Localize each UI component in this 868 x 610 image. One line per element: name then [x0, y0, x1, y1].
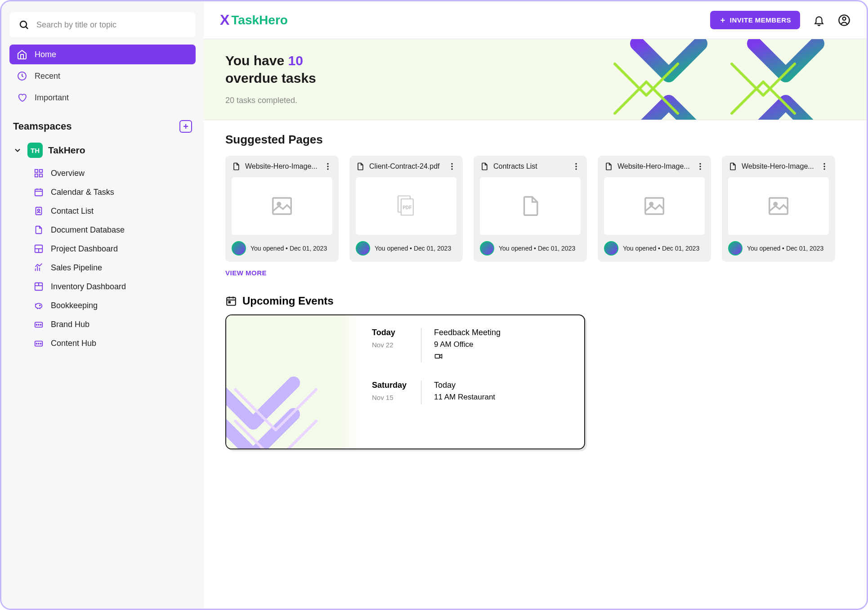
view-more-button[interactable]: VIEW MORE — [225, 269, 267, 277]
overdue-count: 10 — [288, 53, 303, 68]
file-icon — [480, 162, 489, 171]
primary-nav: Home Recent Important — [9, 45, 196, 108]
nav-important[interactable]: Important — [9, 88, 196, 108]
file-icon — [232, 162, 241, 171]
upcoming-events-title: Upcoming Events — [242, 295, 334, 307]
avatar — [232, 241, 246, 256]
sidebar-item-brand[interactable]: Brand Hub — [28, 315, 196, 333]
sidebar-item-sales[interactable]: Sales Pipeline — [28, 259, 196, 277]
svg-point-57 — [823, 163, 825, 165]
event-row[interactable]: Saturday Nov 15 Today 11 AM Restaurant — [372, 381, 573, 404]
svg-text:PDF: PDF — [403, 205, 412, 210]
search-input[interactable] — [36, 20, 187, 30]
suggested-cards-row: Website-Hero-Image... You opened • Dec 0… — [225, 156, 845, 262]
page-card[interactable]: Website-Hero-Image... You opened • Dec 0… — [225, 156, 339, 262]
card-title: Website-Hero-Image... — [617, 162, 691, 170]
card-meta: You opened • Dec 01, 2023 — [499, 245, 575, 252]
card-meta: You opened • Dec 01, 2023 — [747, 245, 823, 252]
sidebar-item-label: Project Dashboard — [51, 244, 118, 254]
file-icon — [728, 162, 737, 171]
nav-recent[interactable]: Recent — [9, 66, 196, 86]
events-graphic — [226, 315, 361, 449]
teamspaces-label: Teamspaces — [13, 121, 72, 132]
teamspace-row[interactable]: TH TakHero — [9, 140, 196, 161]
svg-rect-4 — [40, 170, 42, 172]
card-title: Website-Hero-Image... — [245, 162, 319, 170]
svg-point-52 — [699, 163, 701, 165]
page-card[interactable]: Website-Hero-Image... You opened • Dec 0… — [598, 156, 711, 262]
svg-point-56 — [650, 202, 653, 206]
sidebar-item-label: Overview — [51, 169, 85, 178]
sidebar-item-documents[interactable]: Document Database — [28, 221, 196, 239]
avatar — [604, 241, 618, 256]
svg-marker-68 — [440, 354, 442, 358]
sidebar-item-project-dashboard[interactable]: Project Dashboard — [28, 240, 196, 258]
more-icon[interactable] — [696, 162, 705, 171]
nav-label: Important — [35, 93, 69, 103]
more-icon[interactable] — [323, 162, 332, 171]
logo-text: TaskHero — [231, 13, 288, 27]
card-header: Client-Contract-24.pdf — [356, 162, 456, 171]
sidebar-item-label: Calendar & Tasks — [51, 188, 114, 197]
sidebar-item-overview[interactable]: Overview — [28, 164, 196, 182]
bell-icon — [813, 14, 825, 26]
suggested-pages-title: Suggested Pages — [225, 133, 845, 147]
sidebar-item-label: Inventory Dashboard — [51, 282, 126, 292]
profile-button[interactable] — [838, 14, 850, 27]
event-row[interactable]: Today Nov 22 Feedback Meeting 9 AM Offic… — [372, 328, 573, 363]
search-box[interactable] — [9, 12, 196, 37]
card-meta: You opened • Dec 01, 2023 — [623, 245, 699, 252]
plus-icon — [719, 17, 726, 24]
add-teamspace-button[interactable]: + — [179, 120, 192, 133]
card-footer: You opened • Dec 01, 2023 — [728, 241, 829, 256]
svg-point-38 — [327, 163, 328, 165]
sidebar-item-content[interactable]: Content Hub — [28, 334, 196, 352]
svg-point-50 — [575, 166, 577, 167]
page-card[interactable]: Contracts List You opened • Dec 01, 2023 — [474, 156, 587, 262]
main: XTaskHero INVITE MEMBERS You have 10 ove… — [204, 1, 867, 609]
svg-point-39 — [327, 166, 328, 167]
notifications-button[interactable] — [813, 14, 825, 27]
svg-point-28 — [38, 324, 39, 325]
sidebar-item-label: Brand Hub — [51, 320, 89, 329]
calendar-icon — [225, 295, 237, 307]
avatar — [480, 241, 494, 256]
event-day: Saturday — [372, 381, 412, 390]
teamspace-name: TakHero — [48, 145, 85, 156]
hero-banner: You have 10 overdue tasks 20 tasks compl… — [204, 39, 867, 120]
file-icon — [604, 162, 613, 171]
chart-icon — [34, 263, 44, 273]
event-info: Feedback Meeting 9 AM Office — [434, 328, 501, 363]
more-icon[interactable] — [447, 162, 456, 171]
more-icon[interactable] — [572, 162, 581, 171]
sidebar-item-contacts[interactable]: Contact List — [28, 202, 196, 220]
svg-point-58 — [823, 166, 825, 167]
svg-point-54 — [699, 168, 701, 170]
card-meta: You opened • Dec 01, 2023 — [375, 245, 451, 252]
page-card[interactable]: Client-Contract-24.pdf PDF You opened • … — [349, 156, 463, 262]
sidebar-item-calendar[interactable]: Calendar & Tasks — [28, 183, 196, 201]
contact-icon — [34, 206, 44, 216]
card-header: Contracts List — [480, 162, 581, 171]
svg-rect-6 — [40, 174, 42, 177]
card-meta: You opened • Dec 01, 2023 — [251, 245, 327, 252]
card-footer: You opened • Dec 01, 2023 — [480, 241, 581, 256]
svg-rect-62 — [227, 297, 236, 305]
search-icon — [18, 19, 29, 30]
nav-label: Recent — [35, 72, 60, 81]
svg-point-59 — [823, 168, 825, 170]
sidebar-item-inventory[interactable]: Inventory Dashboard — [28, 278, 196, 296]
svg-rect-67 — [435, 354, 440, 358]
page-card[interactable]: Website-Hero-Image... You opened • Dec 0… — [722, 156, 835, 262]
more-icon[interactable] — [820, 162, 829, 171]
sidebar-item-bookkeeping[interactable]: Bookkeeping — [28, 296, 196, 314]
file-icon — [356, 162, 365, 171]
card-thumbnail — [480, 177, 581, 235]
logo[interactable]: XTaskHero — [220, 12, 288, 28]
logo-mark: X — [220, 12, 229, 28]
nav-home[interactable]: Home — [9, 45, 196, 64]
teamspaces-header: Teamspaces + — [9, 120, 196, 133]
invite-members-button[interactable]: INVITE MEMBERS — [710, 11, 800, 29]
sidebar-item-label: Document Database — [51, 225, 125, 235]
heart-icon — [17, 92, 27, 103]
